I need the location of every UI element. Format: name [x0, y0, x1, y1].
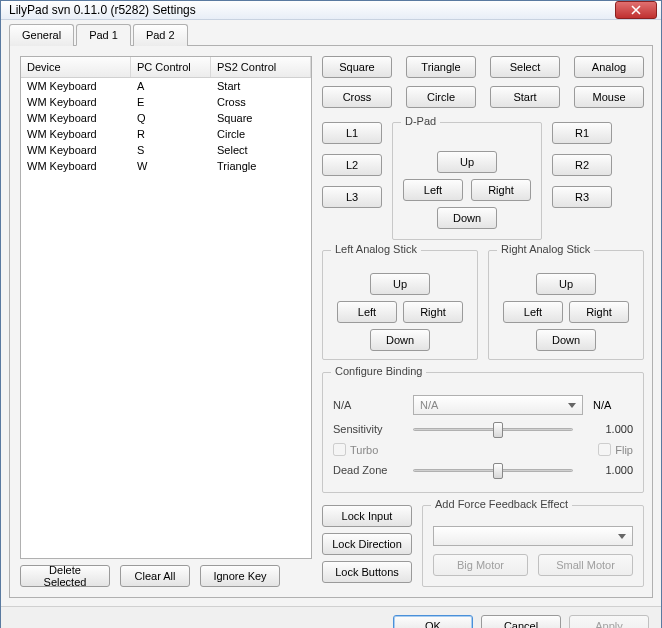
cell-pc: R: [131, 126, 211, 142]
left-analog-group: Left Analog Stick Up Left Right Down: [322, 250, 478, 360]
sensitivity-label: Sensitivity: [333, 423, 403, 435]
cell-device: WM Keyboard: [21, 110, 131, 126]
ff-title: Add Force Feedback Effect: [431, 498, 572, 510]
cell-pc: S: [131, 142, 211, 158]
ff-combo[interactable]: [433, 526, 633, 546]
sensitivity-slider[interactable]: [413, 419, 573, 439]
flip-label: Flip: [615, 444, 633, 456]
configure-title: Configure Binding: [331, 365, 426, 377]
binding-combo[interactable]: N/A: [413, 395, 583, 415]
titlebar: LilyPad svn 0.11.0 (r5282) Settings: [1, 1, 661, 20]
cell-ps2: Square: [211, 110, 311, 126]
bindings-list[interactable]: Device PC Control PS2 Control WM Keyboar…: [20, 56, 312, 559]
rstick-left-button[interactable]: Left: [503, 301, 563, 323]
close-icon: [631, 5, 641, 15]
col-pc[interactable]: PC Control: [131, 57, 211, 77]
cell-device: WM Keyboard: [21, 78, 131, 94]
table-row[interactable]: WM KeyboardQSquare: [21, 110, 311, 126]
cell-ps2: Start: [211, 78, 311, 94]
delete-selected-button[interactable]: Delete Selected: [20, 565, 110, 587]
rstick-right-button[interactable]: Right: [569, 301, 629, 323]
table-row[interactable]: WM KeyboardWTriangle: [21, 158, 311, 174]
right-analog-title: Right Analog Stick: [497, 243, 594, 255]
deadzone-slider[interactable]: [413, 460, 573, 480]
cell-ps2: Triangle: [211, 158, 311, 174]
cell-ps2: Cross: [211, 94, 311, 110]
l1-button[interactable]: L1: [322, 122, 382, 144]
turbo-label: Turbo: [350, 444, 378, 456]
r1-button[interactable]: R1: [552, 122, 612, 144]
clear-all-button[interactable]: Clear All: [120, 565, 190, 587]
binding-combo-value: N/A: [420, 399, 438, 411]
table-row[interactable]: WM KeyboardECross: [21, 94, 311, 110]
dpad-up-button[interactable]: Up: [437, 151, 497, 173]
dpad-right-button[interactable]: Right: [471, 179, 531, 201]
lock-input-button[interactable]: Lock Input: [322, 505, 412, 527]
dpad-left-button[interactable]: Left: [403, 179, 463, 201]
flip-checkbox[interactable]: Flip: [598, 443, 633, 456]
r2-button[interactable]: R2: [552, 154, 612, 176]
analog-button[interactable]: Analog: [574, 56, 644, 78]
cell-ps2: Select: [211, 142, 311, 158]
cell-device: WM Keyboard: [21, 94, 131, 110]
dpad-title: D-Pad: [401, 115, 440, 127]
square-button[interactable]: Square: [322, 56, 392, 78]
turbo-checkbox[interactable]: Turbo: [333, 443, 378, 456]
force-feedback-group: Add Force Feedback Effect Big Motor Smal…: [422, 505, 644, 587]
mouse-button[interactable]: Mouse: [574, 86, 644, 108]
tab-pad2[interactable]: Pad 2: [133, 24, 188, 46]
lstick-down-button[interactable]: Down: [370, 329, 430, 351]
table-row[interactable]: WM KeyboardAStart: [21, 78, 311, 94]
tab-general[interactable]: General: [9, 24, 74, 46]
ignore-key-button[interactable]: Ignore Key: [200, 565, 280, 587]
right-analog-group: Right Analog Stick Up Left Right Down: [488, 250, 644, 360]
select-button[interactable]: Select: [490, 56, 560, 78]
window-title: LilyPad svn 0.11.0 (r5282) Settings: [9, 3, 615, 17]
dialog-buttons: OK Cancel Apply: [1, 606, 661, 628]
r3-button[interactable]: R3: [552, 186, 612, 208]
cross-button[interactable]: Cross: [322, 86, 392, 108]
cell-device: WM Keyboard: [21, 126, 131, 142]
cell-pc: W: [131, 158, 211, 174]
cancel-button[interactable]: Cancel: [481, 615, 561, 628]
rstick-up-button[interactable]: Up: [536, 273, 596, 295]
cell-pc: A: [131, 78, 211, 94]
list-header: Device PC Control PS2 Control: [21, 57, 311, 78]
deadzone-label: Dead Zone: [333, 464, 403, 476]
sensitivity-value: 1.000: [583, 423, 633, 435]
list-body[interactable]: WM KeyboardAStartWM KeyboardECrossWM Key…: [21, 78, 311, 558]
l2-button[interactable]: L2: [322, 154, 382, 176]
tabpage-pad1: Device PC Control PS2 Control WM Keyboar…: [9, 45, 653, 598]
table-row[interactable]: WM KeyboardSSelect: [21, 142, 311, 158]
tab-pad1[interactable]: Pad 1: [76, 24, 131, 46]
small-motor-button[interactable]: Small Motor: [538, 554, 633, 576]
dpad-down-button[interactable]: Down: [437, 207, 497, 229]
lock-buttons-button[interactable]: Lock Buttons: [322, 561, 412, 583]
lstick-right-button[interactable]: Right: [403, 301, 463, 323]
settings-window: LilyPad svn 0.11.0 (r5282) Settings Gene…: [0, 0, 662, 628]
deadzone-value: 1.000: [583, 464, 633, 476]
circle-button[interactable]: Circle: [406, 86, 476, 108]
big-motor-button[interactable]: Big Motor: [433, 554, 528, 576]
rstick-down-button[interactable]: Down: [536, 329, 596, 351]
col-ps2[interactable]: PS2 Control: [211, 57, 311, 77]
cell-pc: E: [131, 94, 211, 110]
binding-na-right: N/A: [593, 399, 633, 411]
l3-button[interactable]: L3: [322, 186, 382, 208]
close-button[interactable]: [615, 1, 657, 19]
apply-button[interactable]: Apply: [569, 615, 649, 628]
table-row[interactable]: WM KeyboardRCircle: [21, 126, 311, 142]
ok-button[interactable]: OK: [393, 615, 473, 628]
tab-strip: General Pad 1 Pad 2: [9, 24, 653, 46]
lstick-left-button[interactable]: Left: [337, 301, 397, 323]
lock-direction-button[interactable]: Lock Direction: [322, 533, 412, 555]
cell-device: WM Keyboard: [21, 142, 131, 158]
cell-ps2: Circle: [211, 126, 311, 142]
start-button[interactable]: Start: [490, 86, 560, 108]
col-device[interactable]: Device: [21, 57, 131, 77]
triangle-button[interactable]: Triangle: [406, 56, 476, 78]
cell-device: WM Keyboard: [21, 158, 131, 174]
client-area: General Pad 1 Pad 2 Device PC Control PS…: [1, 20, 661, 606]
dpad-group: D-Pad Up Left Right Down: [392, 122, 542, 240]
lstick-up-button[interactable]: Up: [370, 273, 430, 295]
